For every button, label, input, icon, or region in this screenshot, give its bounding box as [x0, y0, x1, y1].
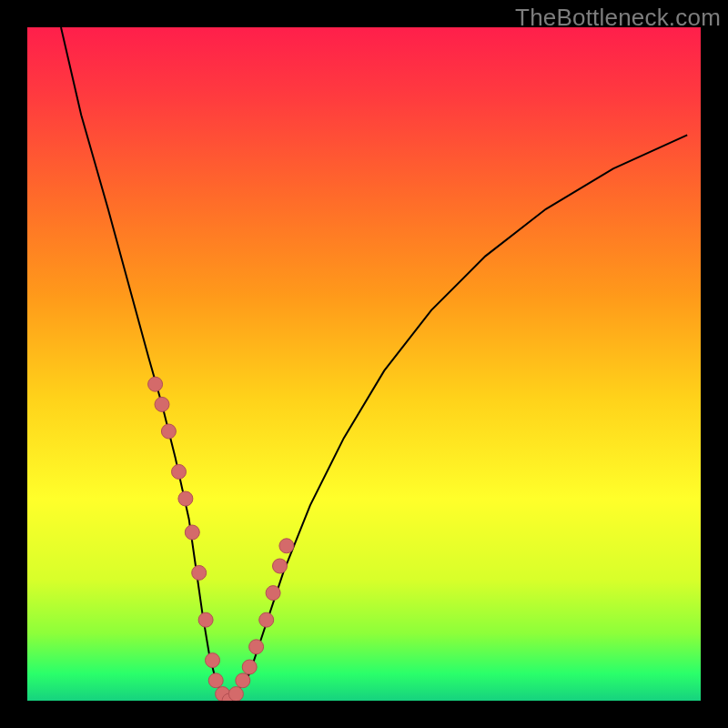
data-marker [259, 612, 274, 627]
data-marker [185, 525, 199, 540]
data-marker [192, 565, 207, 580]
data-marker [206, 653, 220, 668]
data-marker [266, 586, 280, 601]
data-marker [198, 612, 213, 627]
data-marker [208, 673, 223, 688]
data-marker [155, 397, 169, 411]
data-marker [242, 660, 257, 674]
data-marker [249, 640, 264, 654]
data-marker [172, 464, 187, 479]
plot-area [27, 27, 701, 701]
data-marker [236, 673, 250, 688]
gradient-background [27, 27, 701, 701]
data-marker [161, 424, 176, 439]
chart-svg [27, 27, 701, 701]
data-marker [228, 687, 243, 701]
data-marker [273, 559, 288, 573]
data-marker [178, 491, 193, 506]
chart-frame: TheBottleneck.com [0, 0, 728, 728]
data-marker [279, 539, 294, 553]
data-marker [148, 377, 163, 391]
